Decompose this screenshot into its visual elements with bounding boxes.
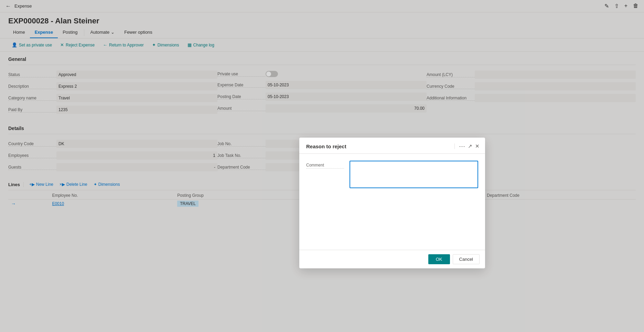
comment-label: Comment	[306, 161, 344, 169]
modal-footer: OK Cancel	[299, 250, 485, 268]
modal-overlay: Reason to reject ⋯ ↗ ✕ Comment OK Cancel	[0, 0, 644, 329]
modal-title: Reason to reject	[306, 143, 450, 149]
modal-more-options[interactable]: ⋯	[459, 142, 465, 150]
close-icon[interactable]: ✕	[475, 143, 480, 149]
modal-header: Reason to reject ⋯ ↗ ✕	[299, 138, 485, 154]
modal-header-icons: ↗ ✕	[468, 143, 480, 149]
comment-field-row: Comment	[306, 161, 478, 188]
comment-textarea[interactable]	[350, 161, 478, 188]
modal-body: Comment	[299, 154, 485, 250]
expand-icon[interactable]: ↗	[468, 143, 472, 149]
modal-divider	[454, 143, 455, 149]
ok-button[interactable]: OK	[428, 254, 450, 264]
cancel-button[interactable]: Cancel	[453, 254, 480, 264]
reason-to-reject-modal: Reason to reject ⋯ ↗ ✕ Comment OK Cancel	[299, 138, 485, 268]
